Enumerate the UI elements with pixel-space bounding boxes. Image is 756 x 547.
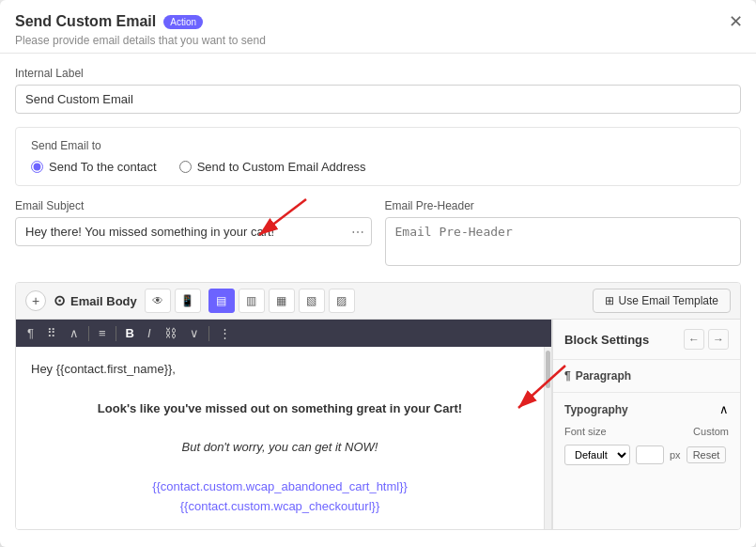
- email-subject-field: Email Subject ⋯: [15, 199, 372, 269]
- send-email-to-label: Send Email to: [31, 139, 725, 152]
- font-size-row: Font size Custom: [564, 426, 729, 437]
- typography-header: Typography ∧: [564, 402, 729, 416]
- email-body-toolbar-top: + ⊙ Email Body 👁 📱 ▤ ▥ ▦ ▧ ▨: [16, 283, 740, 320]
- layout-icon-4[interactable]: ▧: [299, 289, 325, 313]
- editor-toolbar: ¶ ⠿ ∧ ≡ B I ⛓ ∨ ⋮: [16, 320, 551, 347]
- send-email-box: Send Email to Send To the contact Send t…: [15, 127, 741, 186]
- settings-nav: ← →: [684, 329, 729, 350]
- paragraph-section: ¶ Paragraph: [553, 360, 740, 393]
- settings-header: Block Settings ← →: [553, 320, 740, 360]
- toolbar-more[interactable]: ∨: [186, 324, 203, 342]
- font-size-controls: Default 12px 14px 16px 18px px Reset: [564, 445, 729, 465]
- use-email-template-button[interactable]: ⊞ Use Email Template: [593, 289, 732, 313]
- toolbar-align[interactable]: ≡: [95, 324, 110, 342]
- radio-send-custom-address[interactable]: Send to Custom Email Address: [179, 160, 366, 174]
- font-size-custom-label: Custom: [693, 426, 729, 437]
- close-button[interactable]: ✕: [729, 13, 743, 30]
- paragraph-title: ¶ Paragraph: [564, 369, 729, 383]
- email-subject-input[interactable]: [15, 217, 372, 246]
- content-line-1: Hey {{contact.first_name}},: [31, 362, 176, 376]
- template-icon: ⊞: [605, 294, 614, 307]
- internal-label-input[interactable]: [15, 85, 741, 114]
- px-label: px: [670, 449, 681, 461]
- radio-contact-label: Send To the contact: [49, 160, 157, 174]
- editor-content[interactable]: Hey {{contact.first_name}}, Look's like …: [16, 347, 544, 529]
- settings-back-button[interactable]: ←: [684, 329, 704, 350]
- scroll-thumb: [546, 351, 550, 388]
- font-size-select[interactable]: Default 12px 14px 16px 18px: [564, 445, 630, 465]
- email-subject-wrapper: ⋯: [15, 217, 372, 246]
- layout-icon-1[interactable]: ▤: [208, 289, 235, 313]
- modal-subtitle: Please provide email details that you wa…: [15, 34, 741, 47]
- settings-title: Block Settings: [564, 333, 649, 347]
- toolbar-italic[interactable]: I: [144, 324, 155, 342]
- font-size-label: Font size: [564, 426, 686, 437]
- view-icons: 👁 📱: [145, 289, 201, 313]
- toolbar-paragraph[interactable]: ¶: [23, 324, 38, 342]
- toolbar-link[interactable]: ⛓: [161, 324, 180, 342]
- content-area: ¶ ⠿ ∧ ≡ B I ⛓ ∨ ⋮: [16, 320, 740, 529]
- radio-custom-label: Send to Custom Email Address: [197, 160, 366, 174]
- radio-send-to-contact[interactable]: Send To the contact: [31, 160, 157, 174]
- toolbar-left: + ⊙ Email Body 👁 📱 ▤ ▥ ▦ ▧ ▨: [25, 289, 355, 313]
- subject-dots-button[interactable]: ⋯: [351, 225, 364, 240]
- add-block-button[interactable]: +: [25, 290, 46, 311]
- email-preheader-input[interactable]: [385, 217, 742, 266]
- settings-forward-button[interactable]: →: [708, 329, 729, 350]
- toolbar-bold[interactable]: B: [122, 324, 138, 342]
- internal-label-label: Internal Label: [15, 67, 741, 80]
- email-preheader-field: Email Pre-Header: [385, 199, 742, 269]
- internal-label-section: Internal Label: [15, 67, 741, 114]
- paragraph-icon: ¶: [564, 369, 571, 383]
- settings-panel: Block Settings ← → ¶ Paragraph: [552, 320, 740, 529]
- editor-area: ¶ ⠿ ∧ ≡ B I ⛓ ∨ ⋮: [16, 320, 552, 529]
- font-size-px-input[interactable]: [636, 445, 664, 464]
- view-icon-eye[interactable]: 👁: [145, 289, 171, 313]
- typography-section: Typography ∧ Font size Custom Default 12…: [553, 393, 740, 475]
- toolbar-indent[interactable]: ∧: [66, 324, 83, 342]
- layout-icon-3[interactable]: ▦: [269, 289, 295, 313]
- layout-icon-2[interactable]: ▥: [239, 289, 265, 313]
- modal-header: Send Custom Email Action Please provide …: [0, 0, 756, 54]
- modal-title: Send Custom Email: [15, 13, 156, 30]
- modal-body: Internal Label Send Email to Send To the…: [0, 54, 756, 543]
- reset-button[interactable]: Reset: [687, 446, 727, 463]
- toolbar-dots[interactable]: ⋮: [215, 324, 235, 342]
- layout-icons: ▤ ▥ ▦ ▧ ▨: [208, 289, 355, 313]
- typography-chevron: ∧: [719, 402, 729, 416]
- email-preheader-label: Email Pre-Header: [385, 199, 742, 212]
- email-body-label: ⊙ Email Body: [54, 292, 137, 309]
- email-body-section: + ⊙ Email Body 👁 📱 ▤ ▥ ▦ ▧ ▨: [15, 282, 741, 530]
- radio-group: Send To the contact Send to Custom Email…: [31, 160, 725, 174]
- content-line-5: {{contact.custom.wcap_checkouturl}}: [31, 497, 529, 517]
- email-subject-label: Email Subject: [15, 199, 372, 212]
- toolbar-list[interactable]: ⠿: [43, 324, 60, 342]
- editor-scrollbar[interactable]: [544, 347, 551, 529]
- content-line-2: Look's like you've missed out on somethi…: [31, 399, 529, 419]
- content-line-4: {{contact.custom.wcap_abandoned_cart_htm…: [31, 477, 529, 497]
- view-icon-mobile[interactable]: 📱: [175, 289, 201, 313]
- subject-preheader-row: Email Subject ⋯ Email Pre-Header: [15, 199, 741, 269]
- typography-title: Typography: [564, 403, 628, 416]
- send-custom-email-modal: Send Custom Email Action Please provide …: [0, 0, 756, 547]
- action-badge: Action: [163, 15, 203, 29]
- layout-icon-5[interactable]: ▨: [329, 289, 355, 313]
- content-line-3: But don't worry, you can get it NOW!: [31, 438, 529, 458]
